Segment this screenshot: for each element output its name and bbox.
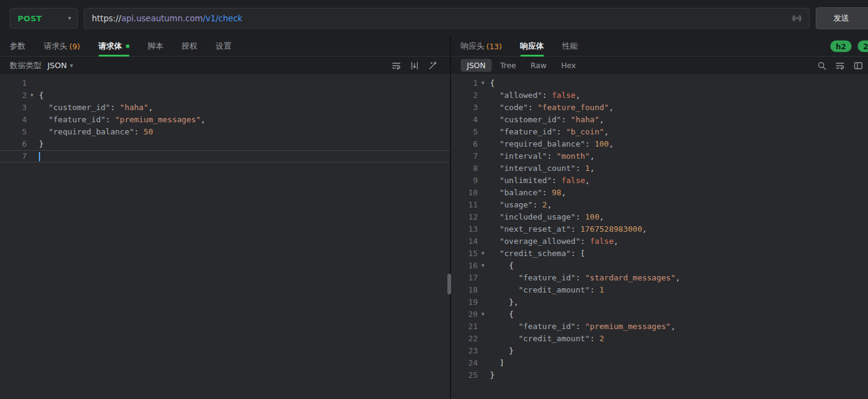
fold-toggle-icon[interactable]: ▼ [27, 89, 37, 102]
code-token: "b_coin" [566, 126, 604, 138]
tab-scripts[interactable]: 脚本 [148, 36, 164, 56]
code-token: "feature_id" [490, 272, 576, 284]
code-line[interactable]: 1▼{ [451, 77, 868, 89]
code-text: "credit_amount": 2 [488, 333, 604, 345]
wrap-lines-icon[interactable] [389, 59, 404, 72]
code-line[interactable]: 14 "overage_allowed": false, [451, 235, 868, 248]
code-line[interactable]: 7 [0, 150, 450, 162]
fold-toggle-icon[interactable]: ▼ [478, 248, 488, 260]
code-token: : [576, 162, 585, 175]
panel-icon[interactable] [851, 59, 866, 72]
line-number: 16 [451, 260, 478, 272]
code-line[interactable]: 22 "credit_amount": 2 [451, 333, 868, 345]
line-number: 1 [0, 77, 27, 89]
code-token: "haha" [120, 102, 148, 114]
code-token: , [614, 235, 619, 248]
view-tab-json[interactable]: JSON [461, 59, 492, 72]
code-line[interactable]: 8 "interval_count": 1, [451, 162, 868, 175]
code-line[interactable]: 5 "required_balance": 50 [0, 126, 450, 138]
code-token: 100 [594, 138, 608, 150]
code-token: : [542, 187, 552, 199]
method-select[interactable]: POST ▾ [10, 8, 78, 29]
code-line[interactable]: 6 "required_balance": 100, [451, 138, 868, 150]
line-number: 2 [451, 89, 478, 102]
code-text: "feature_id": "b_coin", [488, 126, 609, 138]
line-number: 10 [451, 187, 478, 199]
view-tab-tree[interactable]: Tree [494, 59, 522, 72]
fold-col-empty [27, 126, 37, 138]
tab-performance[interactable]: 性能 [562, 36, 578, 56]
response-body-editor[interactable]: 1▼{2 "allowed": false,3 "code": "feature… [451, 75, 868, 399]
code-line[interactable]: 15▼ "credit_schema": [ [451, 248, 868, 260]
code-line[interactable]: 12 "included_usage": 100, [451, 211, 868, 223]
code-line[interactable]: 9 "unlimited": false, [451, 175, 868, 187]
tab-res-body[interactable]: 响应体 [520, 36, 544, 56]
code-line[interactable]: 20▼ { [451, 308, 868, 321]
line-number: 14 [451, 235, 478, 248]
request-body-editor[interactable]: 12▼{3 "customer_id": "haha",4 "feature_i… [0, 75, 450, 399]
code-line[interactable]: 24 ] [451, 357, 868, 369]
line-number: 3 [0, 102, 27, 114]
code-line[interactable]: 7 "interval": "month", [451, 150, 868, 162]
view-tab-raw[interactable]: Raw [525, 59, 553, 72]
code-token: false [552, 89, 576, 102]
line-number: 21 [451, 321, 478, 333]
code-token: : [134, 126, 144, 138]
code-line[interactable]: 1 [0, 77, 450, 89]
code-line[interactable]: 10 "balance": 98, [451, 187, 868, 199]
line-number: 11 [451, 199, 478, 211]
code-line[interactable]: 6} [0, 138, 450, 150]
fold-col-empty [478, 187, 488, 199]
view-tab-hex[interactable]: Hex [555, 59, 582, 72]
code-line[interactable]: 13 "next_reset_at": 1767528983000, [451, 223, 868, 235]
code-token: "interval_count" [490, 162, 576, 175]
tab-settings[interactable]: 设置 [216, 36, 232, 56]
code-line[interactable]: 3 "customer_id": "haha", [0, 102, 450, 114]
fold-col-empty [478, 89, 488, 102]
method-label: POST [18, 14, 42, 23]
code-token: , [576, 89, 580, 102]
send-button[interactable]: 发送 [816, 7, 868, 29]
pane-resize-handle[interactable] [447, 274, 451, 294]
code-line[interactable]: 4 "customer_id": "haha", [451, 114, 868, 126]
fold-toggle-icon[interactable]: ▼ [478, 308, 488, 321]
fold-toggle-icon[interactable]: ▼ [478, 260, 488, 272]
code-token: "feature_found" [537, 102, 608, 114]
code-line[interactable]: 23 } [451, 345, 868, 357]
code-token: : [571, 223, 580, 235]
code-line[interactable]: 11 "usage": 2, [451, 199, 868, 211]
tab-body[interactable]: 请求体 [98, 36, 129, 56]
code-line[interactable]: 2 "allowed": false, [451, 89, 868, 102]
code-line[interactable]: 21 "feature_id": "premium_messages", [451, 321, 868, 333]
collapse-code-icon[interactable] [407, 59, 422, 72]
data-type-select[interactable]: JSON ▾ [47, 61, 73, 70]
code-text: }, [488, 296, 518, 308]
tab-auth[interactable]: 授权 [182, 36, 198, 56]
code-token: } [490, 345, 514, 357]
code-text: "customer_id": "haha", [488, 114, 604, 126]
url-input[interactable]: https:// api.useautumn.com /v1/check [84, 8, 810, 29]
code-line[interactable]: 18 "credit_amount": 1 [451, 284, 868, 296]
code-line[interactable]: 5 "feature_id": "b_coin", [451, 126, 868, 138]
fold-toggle-icon[interactable]: ▼ [478, 77, 488, 89]
tab-params[interactable]: 参数 [10, 36, 26, 56]
code-line[interactable]: 2▼{ [0, 89, 450, 102]
search-icon[interactable] [815, 59, 829, 72]
code-line[interactable]: 4 "feature_id": "premium_messages", [0, 114, 450, 126]
fold-col-empty [27, 138, 37, 150]
code-line[interactable]: 16▼ { [451, 260, 868, 272]
code-line[interactable]: 25} [451, 369, 868, 381]
code-line[interactable]: 17 "feature_id": "stardard_messages", [451, 272, 868, 284]
code-line[interactable]: 3 "code": "feature_found", [451, 102, 868, 114]
beautify-icon[interactable] [425, 59, 440, 72]
tab-res-headers[interactable]: 响应头(13) [461, 36, 502, 56]
response-badges: h2200 [830, 41, 868, 52]
code-text: "feature_id": "stardard_messages", [488, 272, 680, 284]
line-number: 18 [451, 284, 478, 296]
code-line[interactable]: 19 }, [451, 296, 868, 308]
signal-icon[interactable] [792, 13, 802, 23]
tab-headers[interactable]: 请求头(9) [44, 36, 80, 56]
code-token: : [532, 199, 542, 211]
code-token: ] [490, 357, 504, 369]
wrap-lines-icon[interactable] [833, 59, 847, 72]
